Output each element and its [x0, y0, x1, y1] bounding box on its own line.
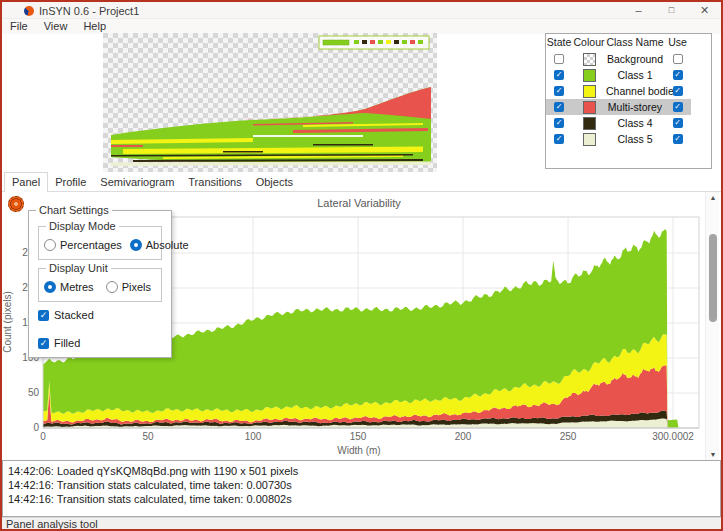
scroll-up-arrow[interactable]: ▲: [706, 192, 720, 204]
red-streak: [111, 145, 143, 147]
state-checkbox[interactable]: [554, 118, 564, 128]
tab-bar: PanelProfileSemivariogramTransitionsObje…: [2, 172, 721, 191]
class-name: Class 4: [606, 115, 664, 131]
state-checkbox[interactable]: [554, 134, 564, 144]
status-bar: Panel analysis tool: [2, 517, 721, 529]
class-name: Class 5: [606, 131, 664, 147]
colour-swatch[interactable]: [583, 101, 596, 114]
state-checkbox[interactable]: [554, 54, 564, 64]
x-tick-label: 300.0002: [652, 431, 694, 442]
column-header-state[interactable]: State: [546, 35, 572, 50]
class-name: Class 1: [606, 67, 664, 83]
class-name: Multi-storey: [606, 99, 664, 115]
scrollbar-thumb[interactable]: [709, 234, 717, 322]
chart-settings-title: Chart Settings: [36, 204, 112, 216]
state-checkbox[interactable]: [554, 102, 564, 112]
settings-gear-icon[interactable]: [8, 196, 24, 212]
colour-swatch[interactable]: [583, 69, 596, 82]
colour-swatch[interactable]: [583, 117, 596, 130]
x-axis-label: Width (m): [337, 445, 380, 456]
tab-profile[interactable]: Profile: [48, 173, 93, 191]
menu-item-file[interactable]: File: [2, 19, 36, 34]
x-tick-label: 0: [40, 431, 46, 442]
y-tick-label: 50: [28, 387, 40, 398]
absolute-radio[interactable]: [130, 239, 142, 251]
stacked-checkbox[interactable]: [38, 310, 49, 321]
metres-label[interactable]: Metres: [60, 281, 94, 293]
maximize-button[interactable]: □: [655, 2, 688, 19]
minimize-button[interactable]: –: [622, 2, 655, 19]
y-axis-label: Count (pixels): [2, 291, 13, 353]
percentages-label[interactable]: Percentages: [60, 239, 122, 251]
close-button[interactable]: ✕: [688, 2, 721, 19]
tab-semivariogram[interactable]: Semivariogram: [93, 173, 181, 191]
x-tick-label: 200: [455, 431, 472, 442]
log-line: 14:42:06: Loaded qYsKQM8qBd.png with 119…: [8, 464, 715, 478]
table-row[interactable]: Class 5: [546, 131, 691, 147]
white-gap: [253, 135, 363, 137]
table-row[interactable]: Background: [546, 51, 691, 67]
x-tick-label: 250: [560, 431, 577, 442]
chart-title: Lateral Variability: [317, 197, 401, 209]
display-unit-group: Display Unit Metres Pixels: [38, 268, 162, 302]
display-unit-label: Display Unit: [46, 262, 111, 274]
app-window: InSYN 0.6 - Project1 – □ ✕ FileViewHelp: [0, 0, 723, 531]
column-header-colour[interactable]: Colour: [572, 35, 606, 50]
colour-swatch[interactable]: [583, 53, 596, 66]
column-header-use[interactable]: Use: [664, 35, 691, 50]
class-name: Channel bodies: [606, 83, 664, 99]
use-checkbox[interactable]: [673, 86, 683, 96]
app-icon: [24, 6, 34, 16]
pixels-label[interactable]: Pixels: [122, 281, 151, 293]
column-header-class-name[interactable]: Class Name: [606, 35, 664, 50]
table-row[interactable]: Class 4: [546, 115, 691, 131]
log-output: 14:42:06: Loaded qYsKQM8qBd.png with 119…: [2, 460, 721, 517]
colour-swatch[interactable]: [583, 85, 596, 98]
pixels-radio[interactable]: [106, 281, 118, 293]
tab-panel[interactable]: Panel: [4, 172, 48, 192]
absolute-label[interactable]: Absolute: [146, 239, 189, 251]
dark-streak: [313, 144, 373, 146]
menu-item-view[interactable]: View: [36, 19, 76, 34]
dark-streak: [223, 151, 263, 153]
chart-settings-panel: Chart Settings Display Mode Percentages …: [28, 210, 172, 358]
table-row[interactable]: Class 1: [546, 67, 691, 83]
use-checkbox[interactable]: [673, 102, 683, 112]
display-mode-group: Display Mode Percentages Absolute: [38, 226, 162, 260]
x-tick-label: 150: [350, 431, 367, 442]
display-mode-label: Display Mode: [46, 220, 119, 232]
stacked-label[interactable]: Stacked: [54, 309, 94, 321]
preview-legend: [319, 36, 429, 49]
state-checkbox[interactable]: [554, 70, 564, 80]
filled-checkbox[interactable]: [38, 338, 49, 349]
y-tick-label: 0: [33, 422, 39, 433]
tab-transitions[interactable]: Transitions: [181, 173, 248, 191]
panel-preview-image: [103, 33, 437, 172]
use-checkbox[interactable]: [673, 134, 683, 144]
menu-item-help[interactable]: Help: [75, 19, 114, 34]
table-row[interactable]: Multi-storey: [546, 99, 691, 115]
filled-label[interactable]: Filled: [54, 337, 80, 349]
class-table: StateColourClass NameUseBackgroundClass …: [545, 33, 712, 169]
menu-bar: FileViewHelp: [2, 19, 721, 34]
state-checkbox[interactable]: [554, 86, 564, 96]
percentages-radio[interactable]: [44, 239, 56, 251]
use-checkbox[interactable]: [673, 118, 683, 128]
metres-radio[interactable]: [44, 281, 56, 293]
x-tick-label: 100: [245, 431, 262, 442]
tab-objects[interactable]: Objects: [249, 173, 300, 191]
window-controls: – □ ✕: [622, 2, 721, 19]
x-tick-label: 50: [142, 431, 154, 442]
title-bar: InSYN 0.6 - Project1 – □ ✕: [2, 2, 721, 19]
log-line: 14:42:16: Transition stats calculated, t…: [8, 478, 715, 492]
use-checkbox[interactable]: [673, 54, 683, 64]
table-row[interactable]: Channel bodies: [546, 83, 691, 99]
status-text: Panel analysis tool: [6, 518, 98, 530]
class-name: Background: [606, 51, 664, 67]
log-line: 14:42:16: Transition stats calculated, t…: [8, 492, 715, 506]
use-checkbox[interactable]: [673, 70, 683, 80]
window-title: InSYN 0.6 - Project1: [39, 4, 139, 18]
colour-swatch[interactable]: [583, 133, 596, 146]
chart-vertical-scrollbar[interactable]: ▲ ▼: [705, 192, 719, 461]
